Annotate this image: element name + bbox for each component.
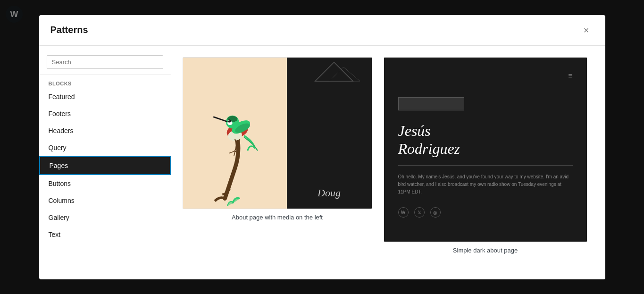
dark-nav: ≡ bbox=[398, 72, 573, 80]
dark-divider bbox=[398, 165, 573, 166]
dark-bio-text: Oh hello. My name's Jesús, and you've fo… bbox=[398, 173, 573, 196]
sidebar-item-text[interactable]: Text bbox=[39, 226, 171, 243]
sidebar-item-pages[interactable]: Pages bbox=[39, 156, 171, 175]
sidebar-search-area bbox=[39, 50, 171, 75]
pattern-preview-dark-about: ≡ JesúsRodriguez Oh hello. My name's Jes… bbox=[384, 57, 587, 242]
svg-point-9 bbox=[228, 120, 229, 121]
pattern-label-dark-about: Simple dark about page bbox=[384, 247, 587, 254]
sidebar-item-headers[interactable]: Headers bbox=[39, 122, 171, 139]
patterns-modal: Patterns × Blocks Featured Footers bbox=[39, 15, 605, 279]
svg-rect-10 bbox=[287, 58, 372, 86]
about-media-layout: Doug bbox=[183, 58, 372, 209]
wordpress-social-icon: W bbox=[398, 207, 409, 218]
modal-body: Blocks Featured Footers Headers Query Pa… bbox=[39, 46, 605, 279]
close-button[interactable]: × bbox=[579, 23, 594, 38]
sidebar-item-footers[interactable]: Footers bbox=[39, 105, 171, 122]
pattern-card-dark-about[interactable]: ≡ JesúsRodriguez Oh hello. My name's Jes… bbox=[384, 57, 587, 254]
search-input[interactable] bbox=[47, 55, 163, 69]
modal-header: Patterns × bbox=[39, 15, 605, 46]
caption-text: Doug bbox=[318, 187, 341, 199]
mountain-svg bbox=[235, 58, 372, 86]
sidebar: Blocks Featured Footers Headers Query Pa… bbox=[39, 46, 171, 279]
about-media-dark-side: Doug bbox=[287, 58, 372, 209]
blocks-section-label: Blocks bbox=[39, 75, 171, 88]
dark-about-layout: ≡ JesúsRodriguez Oh hello. My name's Jes… bbox=[384, 58, 587, 242]
hamburger-icon: ≡ bbox=[568, 72, 572, 80]
sidebar-item-buttons[interactable]: Buttons bbox=[39, 175, 171, 192]
twitter-social-icon: 𝕏 bbox=[414, 207, 425, 218]
pattern-preview-about-media: Doug bbox=[183, 57, 372, 209]
modal-overlay: Patterns × Blocks Featured Footers bbox=[0, 0, 644, 294]
sidebar-item-columns[interactable]: Columns bbox=[39, 192, 171, 209]
modal-title: Patterns bbox=[50, 25, 88, 35]
instagram-social-icon: ◎ bbox=[430, 207, 441, 218]
svg-point-8 bbox=[228, 119, 231, 122]
pattern-label-about-media: About page with media on the left bbox=[183, 214, 372, 221]
dark-social-icons: W 𝕏 ◎ bbox=[398, 207, 573, 218]
sidebar-item-featured[interactable]: Featured bbox=[39, 88, 171, 105]
dark-person-name: JesúsRodriguez bbox=[398, 122, 573, 158]
pattern-card-about-media[interactable]: Doug About page with media on the left bbox=[183, 57, 372, 254]
patterns-grid: Doug About page with media on the left ≡ bbox=[183, 57, 594, 254]
sidebar-item-query[interactable]: Query bbox=[39, 139, 171, 156]
dark-search-bar bbox=[398, 97, 464, 110]
content-area: Doug About page with media on the left ≡ bbox=[171, 46, 605, 279]
sidebar-item-gallery[interactable]: Gallery bbox=[39, 209, 171, 226]
